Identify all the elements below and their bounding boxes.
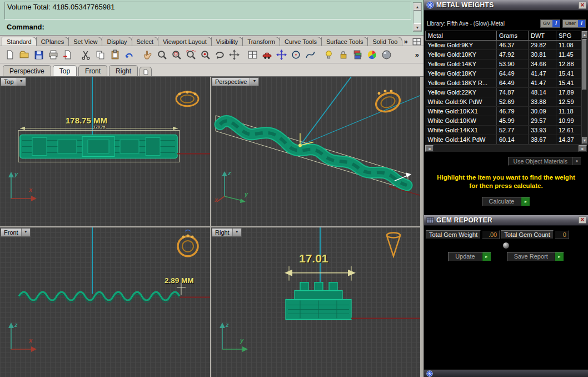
total-gem-count-value[interactable]: 0 xyxy=(555,230,569,239)
chevron-down-icon[interactable]: ▼ xyxy=(250,78,258,86)
use-object-materials-button[interactable]: Use Object Materials ● xyxy=(508,157,581,166)
command-input[interactable] xyxy=(44,23,409,31)
toolbar-tab-curve-tools[interactable]: Curve Tools xyxy=(280,37,322,46)
command-history[interactable]: Volume Total: 4185.05347765981 xyxy=(4,2,411,19)
new-document-icon[interactable] xyxy=(3,48,17,62)
scroll-track[interactable] xyxy=(433,145,579,152)
table-vertical-scrollbar[interactable]: ▲ ▼ xyxy=(581,31,588,145)
table-row[interactable]: Yellow Gold:18KY R...64.4941.4715.41 xyxy=(426,78,581,88)
new-viewport-tab-icon[interactable] xyxy=(139,67,152,76)
calculate-button[interactable]: Calculate ► xyxy=(482,197,531,206)
viewport-title-dropdown[interactable]: Perspective ▼ xyxy=(212,77,259,86)
layers-icon[interactable] xyxy=(351,48,365,62)
toolbar-tab-standard[interactable]: Standard xyxy=(2,37,37,46)
circle-tool-icon[interactable] xyxy=(289,48,303,62)
print-icon[interactable] xyxy=(46,48,60,62)
display-sphere-icon[interactable] xyxy=(380,48,393,62)
named-views-icon[interactable] xyxy=(246,48,260,62)
scroll-down-icon[interactable]: ▼ xyxy=(582,137,587,144)
chevron-down-icon[interactable]: ▼ xyxy=(232,229,241,236)
gv-button[interactable]: GV i xyxy=(540,19,560,28)
copy-icon[interactable] xyxy=(93,48,107,62)
viewport-tab-top[interactable]: Top xyxy=(53,65,77,76)
pan-view-icon[interactable] xyxy=(227,48,241,62)
toolbar-tab-display[interactable]: Display xyxy=(102,37,132,46)
viewport-title-dropdown[interactable]: Front ▼ xyxy=(1,228,31,237)
collapsed-panel-header[interactable] xyxy=(424,369,588,377)
rotate-view-icon[interactable] xyxy=(213,48,227,62)
curve-tool-icon[interactable] xyxy=(303,48,317,62)
table-row[interactable]: Yellow Gold:14KY53.9034.6612.88 xyxy=(426,59,581,69)
viewport-title-dropdown[interactable]: Top ▼ xyxy=(1,77,26,86)
close-icon[interactable]: × xyxy=(579,2,586,9)
column-header-spg[interactable]: SPG xyxy=(556,31,581,41)
scroll-up-icon[interactable]: ▲ xyxy=(582,31,587,38)
lock-icon[interactable] xyxy=(336,48,350,62)
render-car-icon[interactable] xyxy=(260,48,274,62)
viewport-top[interactable]: 178.75 MM 178.75 y x Top ▼ xyxy=(0,77,210,226)
viewport-tab-perspective[interactable]: Perspective xyxy=(3,65,51,76)
table-row[interactable]: White Gold:14KX152.7733.9312.61 xyxy=(426,126,581,135)
chevron-down-icon[interactable]: ▼ xyxy=(21,229,30,236)
scroll-thumb[interactable] xyxy=(582,39,587,90)
cut-icon[interactable] xyxy=(79,48,93,62)
table-row[interactable]: White Gold:9K PdW52.6933.8812.59 xyxy=(426,97,581,107)
viewport-title-dropdown[interactable]: Right ▼ xyxy=(212,228,242,237)
scroll-track[interactable] xyxy=(582,91,587,137)
toolbar-tab-viewport-layout[interactable]: Viewport Layout xyxy=(158,37,212,46)
update-button[interactable]: Update ► xyxy=(448,252,491,261)
chevron-down-icon[interactable]: ▼ xyxy=(17,78,26,86)
command-scrollbar[interactable]: ▲ ▼ xyxy=(413,2,422,32)
table-row[interactable]: Yellow Gold:18KY64.4941.4715.41 xyxy=(426,69,581,78)
user-button[interactable]: User i xyxy=(562,19,586,28)
table-row[interactable]: Yellow Gold:10KY47.9230.8111.45 xyxy=(426,50,581,59)
column-header-metal[interactable]: Metal xyxy=(426,31,497,41)
scroll-left-icon[interactable]: ◄ xyxy=(425,145,433,152)
toolbar-tab-visibility[interactable]: Visibility xyxy=(211,37,243,46)
viewport-tab-right[interactable]: Right xyxy=(109,65,138,76)
dynamic-zoom-icon[interactable] xyxy=(155,48,169,62)
column-header-grams[interactable]: Grams xyxy=(497,31,529,41)
table-row[interactable]: White Gold:14K PdW60.1438.6714.37 xyxy=(426,135,581,145)
scroll-up-icon[interactable]: ▲ xyxy=(413,3,421,11)
undo-icon[interactable] xyxy=(122,48,136,62)
paste-icon[interactable] xyxy=(108,48,122,62)
table-row[interactable]: White Gold:10KW45.9929.5710.99 xyxy=(426,116,581,126)
pan-hand-icon[interactable] xyxy=(141,48,155,62)
metal-weights-header[interactable]: METAL WEIGHTS × xyxy=(424,0,588,11)
panel-splitter-knob[interactable] xyxy=(503,242,509,249)
table-horizontal-scrollbar[interactable]: ◄ ► xyxy=(425,145,587,152)
move-objects-icon[interactable] xyxy=(275,48,288,62)
tab-overflow-chevron-icon[interactable]: » xyxy=(402,37,409,46)
viewport-right[interactable]: 17.01 z y Right ▼ xyxy=(211,227,420,377)
zoom-selected-icon[interactable] xyxy=(198,48,212,62)
toolbar-tab-cplanes[interactable]: CPlanes xyxy=(36,37,69,46)
toolbar-tab-surface-tools[interactable]: Surface Tools xyxy=(321,37,368,46)
lightbulb-icon[interactable] xyxy=(322,48,336,62)
open-file-icon[interactable] xyxy=(17,48,31,62)
toolbar-tab-transform[interactable]: Transform xyxy=(242,37,280,46)
export-page-icon[interactable] xyxy=(61,48,74,62)
toolbar-overflow-chevron-icon[interactable]: » xyxy=(413,51,421,59)
color-wheel-icon[interactable] xyxy=(365,48,379,62)
viewport-front[interactable]: 2.89 MM z x Front ▼ xyxy=(0,227,210,377)
close-icon[interactable]: × xyxy=(579,216,586,224)
viewport-tab-front[interactable]: Front xyxy=(78,65,107,76)
viewport-perspective[interactable]: z x y Perspective ▼ xyxy=(211,77,420,226)
total-gem-weight-value[interactable]: .00 xyxy=(482,230,500,239)
scroll-down-icon[interactable]: ▼ xyxy=(413,23,421,31)
materials-option-icon[interactable]: ● xyxy=(572,157,581,165)
gem-reporter-header[interactable]: GEM REPORTER × xyxy=(424,215,588,226)
table-row[interactable]: Yellow Gold:22KY74.8748.1417.89 xyxy=(426,88,581,97)
column-header-dwt[interactable]: DWT xyxy=(529,31,556,41)
save-report-button[interactable]: Save Report ► xyxy=(507,252,564,261)
table-row[interactable]: White Gold:10KX146.7930.0911.18 xyxy=(426,107,581,116)
scroll-right-icon[interactable]: ► xyxy=(579,145,587,152)
tab-options-icon[interactable] xyxy=(412,38,421,46)
zoom-window-icon[interactable] xyxy=(170,48,183,62)
toolbar-tab-solid-tools[interactable]: Solid Too xyxy=(367,37,402,46)
toolbar-tab-select[interactable]: Select xyxy=(132,37,159,46)
toolbar-tab-set-view[interactable]: Set View xyxy=(68,37,102,46)
save-icon[interactable] xyxy=(32,48,46,62)
zoom-extents-icon[interactable] xyxy=(184,48,198,62)
